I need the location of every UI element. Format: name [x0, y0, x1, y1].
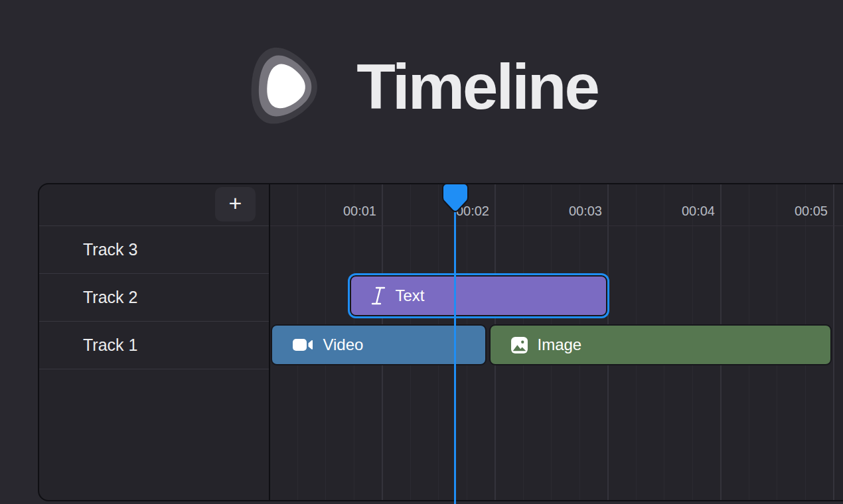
- track-sidebar: + Track 3 Track 2 Track 1: [39, 184, 270, 500]
- timeline-grid: 00:0100:0200:0300:0400:05 Text Video: [270, 184, 843, 500]
- track-label: Track 1: [83, 336, 137, 355]
- clip-label: Video: [323, 336, 363, 354]
- app-title: Timeline: [356, 55, 598, 119]
- video-camera-icon: [292, 337, 313, 353]
- gridline-second: [833, 184, 834, 500]
- ruler-tick-label: 00:01: [303, 204, 376, 219]
- track-row: Track 3: [39, 225, 269, 273]
- page-background: { "header": { "title": "Timeline", "logo…: [0, 0, 843, 504]
- playhead-line: [454, 183, 456, 504]
- add-track-button[interactable]: +: [215, 187, 256, 221]
- ruler-tick-label: 00:03: [529, 204, 602, 219]
- play-blob-icon: [245, 42, 333, 131]
- track-row: Track 1: [39, 321, 269, 369]
- playhead-handle[interactable]: [441, 183, 470, 216]
- app-header: Timeline: [0, 42, 843, 131]
- ruler-tick-label: 00:04: [642, 204, 715, 219]
- timeline-panel: + Track 3 Track 2 Track 1 00:0100:0200:0…: [38, 183, 843, 501]
- track-label: Track 3: [83, 240, 137, 259]
- clip-label: Text: [395, 286, 424, 305]
- track-label: Track 2: [83, 288, 137, 307]
- tracks-end-divider: [39, 369, 269, 369]
- image-photo-icon: [510, 336, 528, 354]
- track-row: Track 2: [39, 273, 269, 321]
- italic-text-icon: [371, 286, 386, 305]
- clip-image[interactable]: Image: [489, 324, 832, 365]
- plus-icon: +: [229, 190, 242, 216]
- clip-text[interactable]: Text: [350, 275, 607, 316]
- clip-label: Image: [538, 336, 582, 354]
- ruler-tick-label: 00:05: [755, 204, 828, 219]
- sidebar-header: +: [39, 184, 269, 225]
- time-ruler[interactable]: 00:0100:0200:0300:0400:05: [270, 184, 843, 226]
